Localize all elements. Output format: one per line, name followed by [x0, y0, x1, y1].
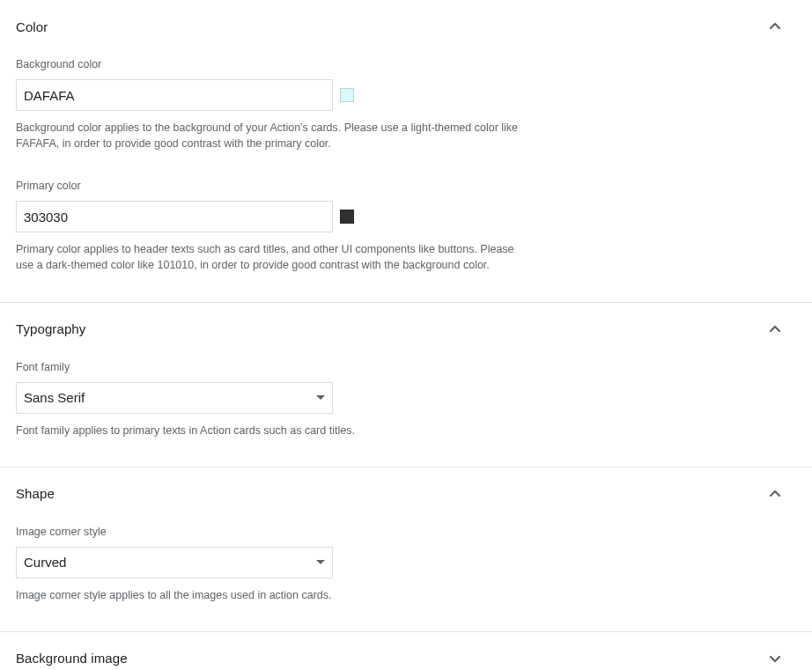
- chevron-up-icon: [764, 16, 796, 37]
- primary-color-swatch[interactable]: [340, 210, 354, 224]
- section-header-color[interactable]: Color: [16, 16, 796, 37]
- label-background-color: Background color: [16, 58, 796, 70]
- section-title-typography: Typography: [16, 321, 85, 336]
- chevron-up-icon: [764, 319, 796, 340]
- chevron-up-icon: [764, 483, 796, 504]
- field-row-primary-color: [16, 201, 796, 232]
- caret-down-icon: [316, 560, 325, 564]
- help-font-family: Font family applies to primary texts in …: [16, 423, 520, 438]
- chevron-down-icon: [764, 648, 796, 669]
- label-font-family: Font family: [16, 361, 796, 373]
- label-primary-color: Primary color: [16, 180, 796, 192]
- background-color-input[interactable]: [16, 79, 333, 111]
- section-shape: Shape Image corner style Curved Image co…: [0, 468, 812, 632]
- field-font-family: Font family Sans Serif Font family appli…: [16, 361, 796, 438]
- corner-style-value: Curved: [24, 555, 66, 570]
- field-primary-color: Primary color Primary color applies to h…: [16, 180, 796, 273]
- field-corner-style: Image corner style Curved Image corner s…: [16, 526, 796, 603]
- section-body-shape: Image corner style Curved Image corner s…: [16, 504, 796, 603]
- section-title-background-image: Background image: [16, 651, 128, 666]
- field-row-background-color: [16, 79, 796, 111]
- section-typography: Typography Font family Sans Serif Font f…: [0, 303, 812, 468]
- section-color: Color Background color Background color …: [0, 0, 812, 303]
- label-corner-style: Image corner style: [16, 526, 796, 538]
- section-background-image: Background image: [0, 632, 812, 670]
- section-title-shape: Shape: [16, 486, 55, 501]
- help-primary-color: Primary color applies to header texts su…: [16, 241, 520, 273]
- font-family-select[interactable]: Sans Serif: [16, 382, 333, 414]
- primary-color-input[interactable]: [16, 201, 333, 232]
- corner-style-select[interactable]: Curved: [16, 547, 333, 578]
- caret-down-icon: [316, 395, 325, 400]
- section-title-color: Color: [16, 19, 48, 34]
- section-header-shape[interactable]: Shape: [16, 483, 796, 504]
- font-family-value: Sans Serif: [24, 390, 85, 405]
- section-body-color: Background color Background color applie…: [16, 37, 796, 274]
- section-header-background-image[interactable]: Background image: [16, 648, 796, 669]
- help-corner-style: Image corner style applies to all the im…: [16, 587, 520, 603]
- background-color-swatch[interactable]: [340, 88, 354, 102]
- section-header-typography[interactable]: Typography: [16, 319, 796, 340]
- field-background-color: Background color Background color applie…: [16, 58, 796, 151]
- section-body-typography: Font family Sans Serif Font family appli…: [16, 340, 796, 438]
- help-background-color: Background color applies to the backgrou…: [16, 120, 520, 151]
